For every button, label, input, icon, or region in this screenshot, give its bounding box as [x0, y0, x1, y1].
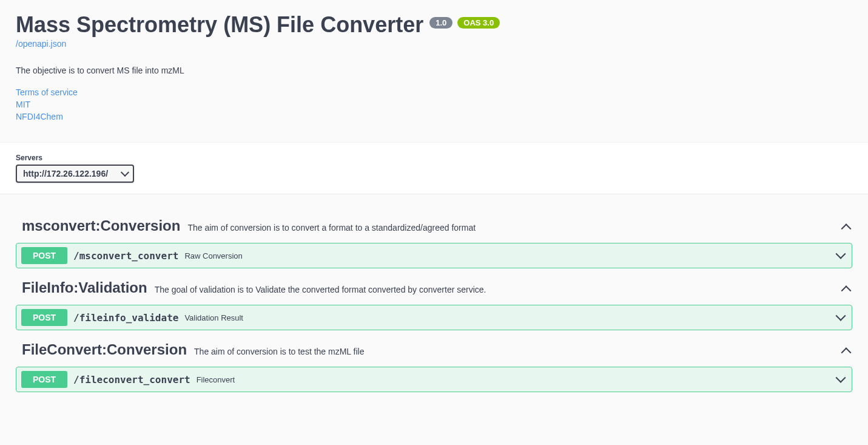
servers-label: Servers — [16, 154, 852, 162]
tag-name: FileConvert:Conversion — [22, 341, 187, 358]
tag-block-fileinfo: FileInfo:Validation The goal of validati… — [16, 279, 852, 330]
version-badge: 1.0 — [429, 17, 453, 29]
chevron-down-icon — [835, 373, 847, 386]
chevron-up-icon — [840, 345, 852, 357]
tag-header[interactable]: FileInfo:Validation The goal of validati… — [16, 279, 852, 296]
servers-section: Servers http://172.26.122.196/ — [0, 142, 868, 194]
tag-name: FileInfo:Validation — [22, 279, 147, 296]
tag-block-msconvert: msconvert:Conversion The aim of conversi… — [16, 217, 852, 268]
tag-header[interactable]: FileConvert:Conversion The aim of conver… — [16, 341, 852, 358]
endpoint-summary: Validation Result — [184, 313, 243, 322]
chevron-down-icon — [835, 311, 847, 324]
chevron-up-icon — [840, 221, 852, 233]
endpoint-row[interactable]: POST /fileconvert_convert Fileconvert — [16, 367, 852, 392]
chevron-up-icon — [840, 283, 852, 295]
tag-description: The aim of conversion is to convert a fo… — [187, 223, 840, 233]
endpoint-path: /fileconvert_convert — [73, 374, 190, 386]
api-title: Mass Spectrometry (MS) File Converter — [16, 12, 423, 38]
tag-block-fileconvert: FileConvert:Conversion The aim of conver… — [16, 341, 852, 392]
api-header: Mass Spectrometry (MS) File Converter 1.… — [0, 0, 868, 142]
method-badge-post: POST — [21, 371, 67, 388]
server-select[interactable]: http://172.26.122.196/ — [16, 165, 134, 183]
endpoint-summary: Fileconvert — [197, 375, 235, 384]
license-link[interactable]: MIT — [16, 100, 852, 109]
api-description: The objective is to convert MS file into… — [16, 66, 852, 75]
tag-name: msconvert:Conversion — [22, 217, 180, 234]
endpoint-summary: Raw Conversion — [184, 251, 242, 260]
endpoint-row[interactable]: POST /msconvert_convert Raw Conversion — [16, 243, 852, 268]
method-badge-post: POST — [21, 247, 67, 264]
spec-link[interactable]: /openapi.json — [16, 39, 66, 49]
oas-badge: OAS 3.0 — [457, 17, 500, 29]
endpoint-path: /msconvert_convert — [73, 250, 178, 262]
tag-description: The goal of validation is to Validate th… — [155, 285, 840, 294]
info-links: Terms of service MIT NFDI4Chem — [16, 87, 852, 121]
contact-link[interactable]: NFDI4Chem — [16, 112, 852, 121]
tag-description: The aim of conversion is to test the mzM… — [194, 347, 840, 356]
endpoint-row[interactable]: POST /fileinfo_validate Validation Resul… — [16, 305, 852, 330]
method-badge-post: POST — [21, 309, 67, 326]
tag-header[interactable]: msconvert:Conversion The aim of conversi… — [16, 217, 852, 234]
chevron-down-icon — [835, 250, 847, 262]
endpoint-path: /fileinfo_validate — [73, 312, 178, 324]
tags-section: msconvert:Conversion The aim of conversi… — [0, 194, 868, 410]
tos-link[interactable]: Terms of service — [16, 87, 852, 97]
